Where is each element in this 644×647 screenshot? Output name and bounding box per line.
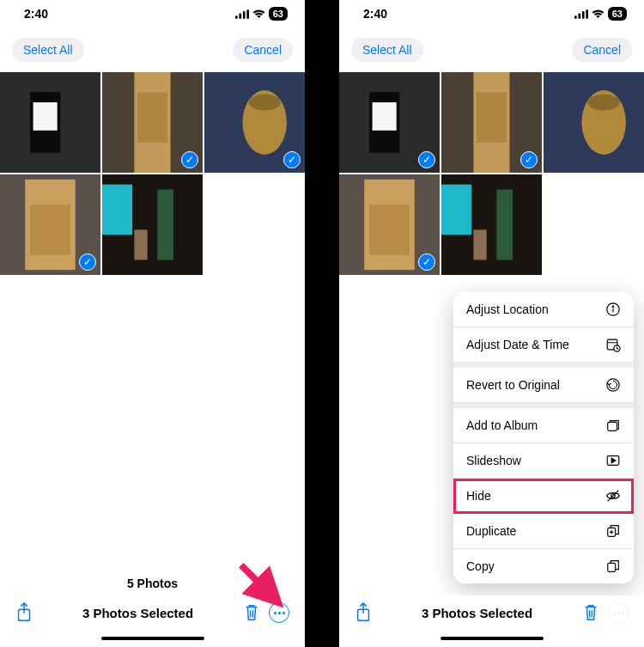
- svg-rect-25: [586, 9, 588, 19]
- cellular-icon: [235, 9, 249, 19]
- revert-icon: [605, 377, 621, 393]
- photo-thumb[interactable]: ✓: [339, 72, 440, 173]
- menu-label: Add to Album: [466, 418, 538, 432]
- svg-rect-40: [496, 190, 513, 260]
- calendar-icon: [605, 337, 621, 352]
- photo-thumb[interactable]: ✓: [339, 174, 440, 275]
- menu-label: Revert to Original: [466, 378, 560, 392]
- photo-thumb[interactable]: ✓: [0, 174, 100, 275]
- cellular-icon: [574, 9, 588, 19]
- svg-rect-1: [239, 13, 241, 18]
- home-indicator: [101, 637, 204, 640]
- menu-label: Slideshow: [466, 454, 521, 467]
- menu-slideshow[interactable]: Slideshow: [453, 443, 634, 479]
- selection-check-icon: ✓: [181, 151, 198, 168]
- svg-rect-3: [246, 9, 249, 19]
- play-icon: [605, 453, 621, 468]
- selection-check-icon: ✓: [283, 151, 301, 168]
- menu-hide[interactable]: Hide: [453, 479, 634, 514]
- cancel-button[interactable]: Cancel: [233, 38, 293, 62]
- svg-rect-31: [477, 92, 507, 142]
- svg-rect-6: [33, 102, 58, 131]
- trash-button[interactable]: [243, 603, 260, 622]
- more-button[interactable]: [269, 602, 289, 623]
- svg-rect-47: [608, 422, 617, 430]
- selection-check-icon: ✓: [418, 253, 435, 271]
- photo-thumb[interactable]: [441, 174, 542, 275]
- menu-revert[interactable]: Revert to Original: [453, 368, 634, 403]
- bottom-area: 5 Photos 3 Photos Selected: [0, 571, 305, 647]
- status-bar: 2:40 63: [0, 0, 305, 24]
- selection-check-icon: ✓: [418, 151, 435, 168]
- battery-badge: 63: [269, 7, 288, 21]
- home-indicator: [440, 637, 544, 640]
- status-indicators: 63: [574, 7, 627, 21]
- svg-point-34: [587, 95, 619, 111]
- bottom-area: 3 Photos Selected: [339, 595, 644, 647]
- svg-rect-28: [373, 102, 397, 131]
- topbar: Select All Cancel: [339, 24, 644, 72]
- svg-rect-24: [582, 10, 585, 18]
- wifi-icon: [592, 9, 605, 19]
- menu-add-album[interactable]: Add to Album: [453, 408, 634, 443]
- share-button[interactable]: [15, 602, 33, 623]
- photo-thumb[interactable]: ✓: [441, 72, 542, 173]
- selection-check-icon: ✓: [79, 253, 96, 271]
- menu-label: Adjust Date & Time: [466, 338, 569, 351]
- more-button[interactable]: [608, 602, 629, 623]
- svg-point-12: [248, 95, 280, 111]
- status-time: 2:40: [363, 7, 387, 21]
- wifi-icon: [252, 9, 265, 19]
- status-indicators: 63: [235, 7, 288, 21]
- svg-rect-39: [441, 185, 471, 235]
- selected-count: 3 Photos Selected: [422, 606, 532, 620]
- info-icon: [605, 302, 621, 317]
- svg-rect-2: [243, 10, 246, 18]
- menu-label: Adjust Location: [466, 302, 549, 316]
- svg-rect-23: [578, 13, 580, 18]
- phone-left: 2:40 63 Select All Cancel ✓ ✓: [0, 0, 305, 647]
- photo-thumb[interactable]: [0, 72, 100, 173]
- trash-button[interactable]: [582, 603, 599, 622]
- svg-rect-17: [102, 185, 132, 235]
- svg-rect-0: [235, 15, 238, 19]
- menu-duplicate[interactable]: Duplicate: [453, 514, 634, 549]
- duplicate-icon: [605, 523, 621, 539]
- menu-adjust-location[interactable]: Adjust Location: [453, 292, 634, 327]
- phone-right: 2:40 63 Select All Cancel ✓ ✓: [339, 0, 644, 647]
- select-all-button[interactable]: Select All: [12, 38, 84, 62]
- svg-rect-41: [473, 229, 486, 259]
- menu-copy[interactable]: Copy: [453, 549, 634, 583]
- topbar: Select All Cancel: [0, 24, 305, 72]
- photo-count: 5 Photos: [0, 571, 305, 595]
- menu-adjust-date[interactable]: Adjust Date & Time: [453, 327, 634, 363]
- menu-label: Copy: [466, 559, 495, 573]
- bottom-toolbar: 3 Photos Selected: [339, 595, 644, 633]
- eye-slash-icon: [605, 488, 621, 504]
- selected-count: 3 Photos Selected: [82, 606, 193, 620]
- photo-grid: ✓ ✓ ✓: [339, 72, 644, 275]
- svg-rect-19: [134, 229, 147, 259]
- status-time: 2:40: [24, 7, 48, 21]
- svg-rect-15: [30, 204, 70, 255]
- svg-point-43: [612, 306, 613, 307]
- bottom-toolbar: 3 Photos Selected: [0, 595, 305, 633]
- svg-rect-9: [137, 92, 167, 142]
- album-icon: [605, 418, 621, 433]
- select-all-button[interactable]: Select All: [351, 38, 423, 62]
- menu-label: Duplicate: [466, 524, 516, 538]
- menu-label: Hide: [466, 489, 491, 503]
- selection-check-icon: ✓: [520, 151, 538, 168]
- svg-rect-37: [369, 204, 410, 255]
- photo-thumb[interactable]: ✓: [102, 72, 203, 173]
- photo-thumb[interactable]: [102, 174, 203, 275]
- battery-badge: 63: [608, 7, 627, 21]
- svg-rect-18: [157, 190, 173, 260]
- photo-grid: ✓ ✓ ✓: [0, 72, 305, 275]
- svg-rect-51: [608, 563, 616, 571]
- photo-thumb[interactable]: ✓: [204, 72, 305, 173]
- cancel-button[interactable]: Cancel: [572, 38, 632, 62]
- photo-thumb[interactable]: [544, 72, 644, 173]
- svg-rect-22: [574, 15, 577, 19]
- share-button[interactable]: [355, 602, 372, 623]
